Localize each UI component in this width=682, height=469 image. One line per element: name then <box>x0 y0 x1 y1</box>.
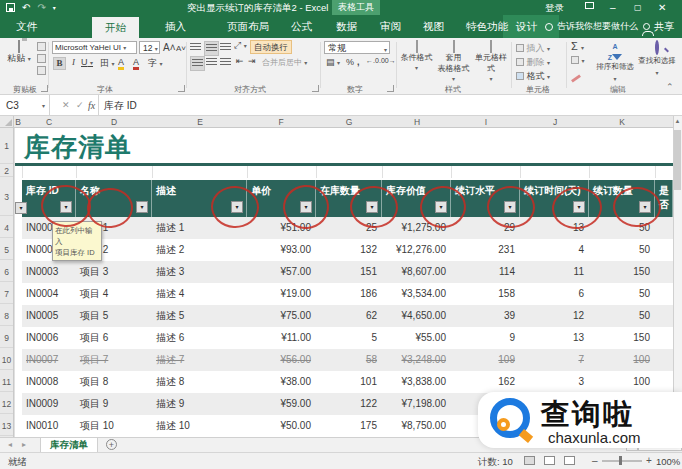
table-cell[interactable] <box>655 283 673 305</box>
sheet-prev-icon[interactable]: ◂ <box>8 440 12 449</box>
row-number[interactable]: 9 <box>0 327 13 348</box>
table-cell[interactable]: 100 <box>589 349 655 371</box>
table-cell[interactable]: 3 <box>520 371 589 393</box>
column-letter[interactable]: H <box>414 117 420 127</box>
format-cells-button[interactable]: 格式 ▾ <box>516 70 550 83</box>
table-cell[interactable]: 132 <box>316 239 382 261</box>
table-cell[interactable]: ¥38.00 <box>247 371 316 393</box>
decrease-decimal-icon[interactable]: .00→ <box>379 57 396 64</box>
table-cell[interactable] <box>655 217 673 239</box>
vertical-scroll-thumb[interactable] <box>674 130 681 190</box>
table-cell[interactable]: 项目 8 <box>76 371 152 393</box>
table-cell[interactable]: ¥19.00 <box>247 283 316 305</box>
phonetic-icon[interactable]: 字 ▾ <box>148 57 163 70</box>
row-number[interactable]: 13 <box>0 415 13 436</box>
table-cell[interactable]: IN0009 <box>22 393 76 415</box>
table-cell[interactable] <box>655 239 673 261</box>
column-letter[interactable]: G <box>346 117 353 127</box>
tab-formulas[interactable]: 公式 <box>291 15 312 38</box>
font-name-select[interactable]: Microsoft YaHei UI ▾ <box>52 41 137 54</box>
table-cell[interactable]: 58 <box>316 349 382 371</box>
table-cell[interactable] <box>655 261 673 283</box>
tab-home[interactable]: 开始 <box>92 17 139 38</box>
table-cell[interactable]: 项目 7 <box>76 349 152 371</box>
font-color-icon[interactable]: A <box>133 57 139 70</box>
column-letter[interactable]: I <box>485 117 487 127</box>
cell-styles-button[interactable]: 单元格样式▾ <box>473 41 509 83</box>
restore-icon[interactable]: ▢ <box>634 0 642 16</box>
table-cell[interactable]: 109 <box>451 349 520 371</box>
table-cell[interactable]: 项目 9 <box>76 393 152 415</box>
table-cell[interactable]: ¥57.00 <box>247 261 316 283</box>
table-cell[interactable]: ¥93.00 <box>247 239 316 261</box>
table-cell[interactable] <box>655 371 673 393</box>
row-number[interactable]: 11 <box>0 371 13 392</box>
table-row[interactable]: IN0008项目 8描述 8¥38.00101¥3,838.001623100 <box>22 371 673 393</box>
table-cell[interactable]: 描述 4 <box>152 283 247 305</box>
collapse-ribbon-icon[interactable]: ⌃ <box>666 82 674 92</box>
table-cell[interactable]: 62 <box>316 305 382 327</box>
table-cell[interactable]: 114 <box>451 261 520 283</box>
zoom-slider[interactable] <box>602 460 642 462</box>
cut-button[interactable] <box>37 42 46 51</box>
tell-me-box[interactable]: 告诉我你想要做什么 <box>545 15 638 38</box>
orientation-icon[interactable]: ⤢ ▾ <box>234 40 247 51</box>
table-cell[interactable]: 175 <box>316 415 382 437</box>
table-cell[interactable]: 项目 3 <box>76 261 152 283</box>
select-all-corner[interactable] <box>0 116 14 128</box>
table-cell[interactable]: ¥59.00 <box>247 393 316 415</box>
font-dialog-launcher-icon[interactable] <box>178 85 185 92</box>
page-layout-view-icon[interactable] <box>544 456 555 465</box>
align-center-icon[interactable] <box>206 57 217 68</box>
autosum-icon[interactable]: Σ ▾ <box>571 40 584 52</box>
new-sheet-icon[interactable]: + <box>106 439 117 450</box>
table-row[interactable]: IN0003项目 3描述 3¥57.00151¥8,607.0011411150 <box>22 261 673 283</box>
table-cell[interactable]: 9 <box>451 327 520 349</box>
table-cell[interactable]: 50 <box>589 283 655 305</box>
align-middle-icon[interactable] <box>204 41 219 56</box>
table-cell[interactable]: ¥3,534.00 <box>382 283 451 305</box>
column-letter[interactable]: C <box>46 117 52 127</box>
table-cell[interactable]: 50 <box>589 305 655 327</box>
align-top-icon[interactable] <box>190 42 201 53</box>
align-bottom-icon[interactable] <box>220 42 231 53</box>
tab-design[interactable]: 设计 <box>516 15 537 38</box>
column-letter[interactable]: B <box>15 117 21 127</box>
table-cell[interactable]: ¥56.00 <box>247 349 316 371</box>
table-cell[interactable]: 231 <box>451 239 520 261</box>
table-cell[interactable]: 151 <box>316 261 382 283</box>
decrease-indent-icon[interactable]: ⇤ <box>236 56 244 66</box>
table-cell[interactable]: 描述 5 <box>152 305 247 327</box>
table-cell[interactable]: 项目 5 <box>76 305 152 327</box>
table-row[interactable]: IN0002项目 2描述 2¥93.00132¥12,276.00231450 <box>22 239 673 261</box>
wrap-text-button[interactable]: 自动换行 <box>250 40 292 54</box>
zoom-out-icon[interactable]: – <box>592 455 598 466</box>
fill-icon[interactable]: ▾ <box>571 55 585 65</box>
share-button[interactable]: 共享 <box>643 15 674 38</box>
undo-icon[interactable]: ↶ <box>22 2 30 13</box>
table-cell[interactable]: 101 <box>316 371 382 393</box>
table-cell[interactable]: 39 <box>451 305 520 327</box>
row-number[interactable]: 2 <box>0 165 13 177</box>
accounting-format-icon[interactable]: ▤ ▾ <box>326 57 340 67</box>
insert-cells-button[interactable]: 插入 ▾ <box>516 42 550 55</box>
table-cell[interactable]: 描述 8 <box>152 371 247 393</box>
fx-icon[interactable]: fx <box>88 95 95 116</box>
grow-font-button[interactable]: A˄ <box>163 42 176 53</box>
scroll-up-icon[interactable]: ▲ <box>673 118 682 124</box>
table-cell[interactable]: ¥12,276.00 <box>382 239 451 261</box>
table-cell[interactable]: 6 <box>520 283 589 305</box>
increase-decimal-icon[interactable]: ←.0 <box>366 57 379 64</box>
filter-dropdown-icon[interactable]: ▾ <box>136 201 148 213</box>
table-cell[interactable]: 12 <box>520 305 589 327</box>
close-icon[interactable]: ✕ <box>658 0 666 15</box>
save-icon[interactable] <box>6 3 15 12</box>
zoom-level[interactable]: 100% <box>656 456 680 467</box>
table-cell[interactable]: 158 <box>451 283 520 305</box>
align-left-icon[interactable] <box>190 56 205 71</box>
tab-data[interactable]: 数据 <box>336 15 357 38</box>
comma-style-icon[interactable]: , <box>357 57 360 67</box>
table-cell[interactable]: 7 <box>520 349 589 371</box>
merge-center-button[interactable]: 合并后居中 ▾ <box>262 57 307 68</box>
row-number[interactable]: 5 <box>0 239 13 260</box>
